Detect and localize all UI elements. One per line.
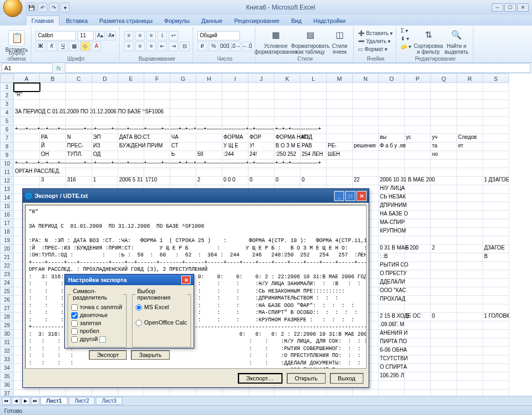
row-header[interactable]: 27 xyxy=(0,304,14,313)
cell[interactable] xyxy=(92,126,118,134)
cell[interactable] xyxy=(222,109,248,117)
cell[interactable] xyxy=(405,236,431,245)
cell[interactable] xyxy=(457,160,483,168)
cell[interactable] xyxy=(248,117,275,126)
cell[interactable] xyxy=(457,330,483,338)
cell[interactable] xyxy=(379,92,405,100)
cell-styles-button[interactable]: ◫Стили ячеек xyxy=(329,27,350,56)
cell[interactable] xyxy=(196,143,222,151)
cell[interactable]: 58 xyxy=(196,151,222,160)
cell[interactable] xyxy=(40,109,66,117)
cell[interactable]: 2 15 В ХОДЕ ОС xyxy=(379,313,405,321)
save-icon[interactable]: 💾 xyxy=(27,3,36,12)
find-select-button[interactable]: 🔍Найти и выделить xyxy=(443,27,470,56)
align-middle-icon[interactable]: ≡ xyxy=(135,31,145,40)
cell[interactable]: 2006 10 31 В МАЕ 200 xyxy=(379,177,405,185)
row-header[interactable]: 7 xyxy=(0,134,14,143)
cell[interactable] xyxy=(14,151,40,160)
decrease-font-icon[interactable]: A▾ xyxy=(106,31,116,40)
merge-icon[interactable]: ⊟ xyxy=(180,42,189,51)
cell[interactable] xyxy=(301,83,327,92)
cell[interactable] xyxy=(118,117,144,126)
row-header[interactable]: 1 xyxy=(0,83,14,92)
cell[interactable]: СЬ НЕЗАК xyxy=(379,194,405,202)
cell[interactable] xyxy=(405,151,431,160)
cell[interactable]: КРУПНОМ xyxy=(379,228,405,236)
cell[interactable]: +----+-----+---+-----+-------------+----… xyxy=(14,160,40,168)
cell[interactable] xyxy=(483,211,509,219)
cell[interactable]: ОРГАН РАССЛЕД. xyxy=(14,168,40,177)
cell[interactable] xyxy=(92,168,118,177)
column-header[interactable]: A xyxy=(14,73,40,83)
cell[interactable]: 0 xyxy=(301,177,327,185)
font-color-icon[interactable]: A xyxy=(92,42,101,51)
cell[interactable] xyxy=(405,347,431,355)
cell[interactable]: О ПРЕСТУ xyxy=(379,270,405,279)
cell[interactable] xyxy=(14,100,40,109)
redo-icon[interactable]: ↷ xyxy=(49,3,59,12)
cell[interactable] xyxy=(483,279,509,287)
row-header[interactable]: 3 xyxy=(0,100,14,109)
cell[interactable] xyxy=(196,109,222,117)
clear-icon[interactable]: 🧽 ▾ xyxy=(401,43,411,51)
cell[interactable] xyxy=(118,160,144,168)
cell[interactable]: ПИРТА ПО xyxy=(379,338,405,347)
cell[interactable] xyxy=(431,219,457,228)
cell[interactable]: ОН xyxy=(40,151,66,160)
cell[interactable] xyxy=(431,185,457,194)
cell[interactable] xyxy=(66,92,92,100)
cell[interactable] xyxy=(275,160,301,168)
cell[interactable] xyxy=(327,83,353,92)
cell[interactable] xyxy=(457,236,483,245)
dialog-maximize-button[interactable]: □ xyxy=(345,191,355,201)
paste-button[interactable]: Вставить xyxy=(5,30,28,53)
row-header[interactable]: 4 xyxy=(0,109,14,117)
cell[interactable] xyxy=(118,126,144,134)
cell[interactable] xyxy=(144,143,170,151)
cell[interactable]: 254 ЛЕН xyxy=(301,151,327,160)
cell[interactable] xyxy=(405,228,431,236)
column-header[interactable]: C xyxy=(66,73,92,83)
cell[interactable]: ДПРИНИМ xyxy=(379,202,405,211)
opt-excel[interactable]: MS Excel xyxy=(136,304,187,311)
cell[interactable]: 0 xyxy=(431,313,457,321)
cell[interactable] xyxy=(196,168,222,177)
cell[interactable] xyxy=(40,126,66,134)
align-left-icon[interactable]: ≡ xyxy=(124,42,134,51)
inc-decimal-icon[interactable]: .0→ xyxy=(231,42,240,51)
cell[interactable]: 1 xyxy=(92,177,118,185)
cell[interactable] xyxy=(301,126,327,134)
cell[interactable] xyxy=(196,83,222,92)
dialog-close-button[interactable]: ✕ xyxy=(356,191,367,201)
row-header[interactable]: 10 xyxy=(0,160,14,168)
tab-page-layout[interactable]: Разметка страницы xyxy=(94,16,158,26)
cell[interactable] xyxy=(275,126,301,134)
cell[interactable] xyxy=(66,100,92,109)
cell[interactable] xyxy=(40,160,66,168)
cell[interactable] xyxy=(483,100,509,109)
prev-sheet-button[interactable]: ◀ xyxy=(12,397,20,405)
cell[interactable] xyxy=(483,117,509,126)
cell[interactable]: МА-СПИР xyxy=(379,219,405,228)
cell[interactable] xyxy=(431,109,457,117)
tab-home[interactable]: Главная xyxy=(26,15,60,26)
sheet-tab[interactable]: Лист3 xyxy=(96,397,122,405)
cell[interactable] xyxy=(457,364,483,372)
cell[interactable] xyxy=(353,168,379,177)
cell[interactable] xyxy=(353,83,379,92)
cell[interactable] xyxy=(92,160,118,168)
cell[interactable]: уч xyxy=(431,134,457,143)
cell[interactable]: 3 xyxy=(40,177,66,185)
open-button[interactable]: Открыть xyxy=(287,373,326,384)
cell[interactable]: КОД xyxy=(301,134,327,143)
other-delim-input[interactable] xyxy=(99,336,106,343)
maximize-button[interactable]: ☐ xyxy=(504,3,516,12)
cell[interactable]: ИЗ xyxy=(92,143,118,151)
cell[interactable] xyxy=(483,151,509,160)
cell[interactable] xyxy=(170,117,196,126)
cell[interactable] xyxy=(118,100,144,109)
cell[interactable] xyxy=(431,202,457,211)
tab-addins[interactable]: Надстройки xyxy=(308,16,351,26)
column-header[interactable]: Q xyxy=(431,73,457,83)
cell[interactable] xyxy=(248,83,275,92)
